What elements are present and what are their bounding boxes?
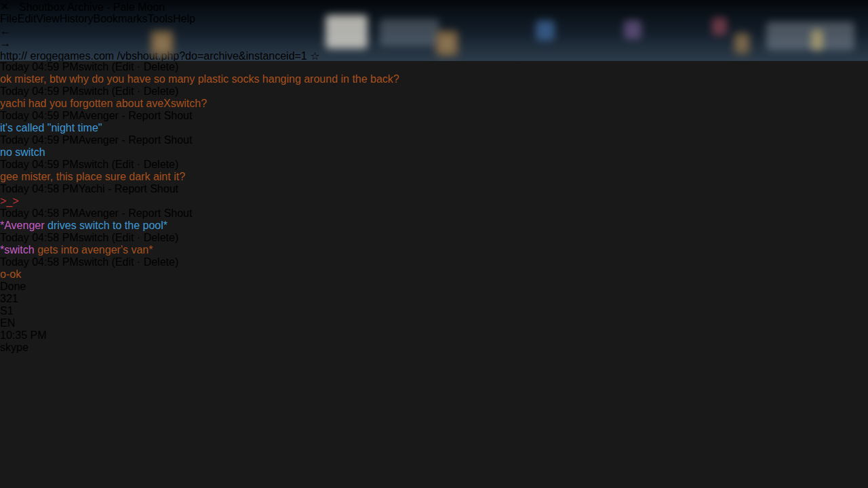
shout-actions[interactable]: - Report Shout (104, 183, 178, 195)
shout-message: gee mister, this place sure dark aint it… (0, 171, 868, 183)
shout-timestamp: Today 04:59 PM (0, 85, 79, 97)
shout-actions[interactable]: - Report Shout (119, 134, 193, 146)
username-link[interactable]: switch (79, 159, 108, 170)
skype-tray-popup[interactable]: skype (0, 342, 868, 354)
message-segment: *switch (0, 244, 35, 256)
aero-glass-blur (326, 15, 368, 49)
shout-message: >_> (0, 195, 868, 207)
shout-timestamp: Today 04:59 PM (0, 61, 79, 73)
shout-username[interactable]: switch (Edit · Delete) (79, 256, 179, 268)
skype-glyph: S (0, 305, 7, 317)
message-segment: drives switch to the pool* (45, 220, 167, 231)
aero-glass-blur (536, 20, 555, 41)
taskbar: 321S1 EN 10:35 PM (0, 293, 868, 342)
bookmark-star-icon[interactable]: ☆ (310, 50, 319, 61)
shout-username[interactable]: Avenger - Report Shout (79, 207, 193, 219)
shout-username[interactable]: Avenger - Report Shout (79, 110, 193, 121)
shout-message: o-ok (0, 268, 868, 281)
url-scheme: http:// (0, 50, 27, 61)
shout-header: Today 04:59 PMAvenger - Report Shout (0, 110, 868, 122)
shout-username[interactable]: switch (Edit · Delete) (79, 159, 179, 170)
shout-username[interactable]: Avenger - Report Shout (79, 134, 193, 146)
palemoon-app-icon (5, 3, 15, 12)
username-link[interactable]: switch (79, 85, 108, 97)
taskbar-app-skype[interactable]: S1 (0, 305, 868, 317)
menu-item-help[interactable]: Help (173, 13, 195, 24)
skype-notification-badge: 1 (7, 305, 14, 317)
shout-timestamp: Today 04:59 PM (0, 110, 79, 121)
window-title: Shoutbox Archive - Pale Moon (19, 1, 165, 14)
aero-glass-blur (151, 30, 174, 56)
aero-glass-blur (435, 30, 458, 56)
message-segment: ok mister, btw why do you have so many p… (0, 73, 399, 85)
shout-actions[interactable]: (Edit · Delete) (108, 85, 178, 97)
shout-row: Today 04:58 PMYachi - Report Shout>_> (0, 183, 868, 207)
shout-message: yachi had you forgotten about aveXswitch… (0, 98, 868, 110)
shout-message: *Avenger drives switch to the pool* (0, 220, 868, 232)
menu-item-edit[interactable]: Edit (18, 13, 37, 24)
username-link[interactable]: Yachi (79, 183, 105, 195)
menu-item-bookmarks[interactable]: Bookmarks (94, 13, 148, 24)
shout-row: Today 04:59 PMAvenger - Report Shoutno s… (0, 134, 868, 159)
message-segment: gee mister, this place sure dark aint it… (0, 171, 185, 182)
shout-header: Today 04:59 PMswitch (Edit · Delete) (0, 159, 868, 171)
shout-actions[interactable]: - Report Shout (119, 207, 193, 219)
shout-row: Today 04:59 PMswitch (Edit · Delete)gee … (0, 159, 868, 183)
shout-actions[interactable]: (Edit · Delete) (108, 61, 178, 73)
shout-header: Today 04:58 PMswitch (Edit · Delete) (0, 232, 868, 244)
menu-item-history[interactable]: History (60, 13, 94, 24)
shout-timestamp: Today 04:58 PM (0, 232, 79, 243)
back-arrow-icon: ← (0, 25, 11, 37)
system-tray: EN 10:35 PM (0, 317, 868, 342)
shout-message: *switch gets into avenger's van* (0, 244, 868, 256)
message-segment: o-ok (0, 268, 21, 280)
shout-row: Today 04:59 PMAvenger - Report Shoutit's… (0, 110, 868, 134)
menu-item-tools[interactable]: Tools (148, 13, 173, 24)
shout-header: Today 04:59 PMswitch (Edit · Delete) (0, 85, 868, 98)
mpc-hc-icon: 321 (0, 293, 18, 304)
browser-window-chrome: Shoutbox Archive - Pale Moon ✕ FileEditV… (0, 0, 868, 61)
message-segment: it's called "night time" (0, 122, 102, 134)
titlebar: Shoutbox Archive - Pale Moon (5, 1, 165, 14)
shout-username[interactable]: switch (Edit · Delete) (79, 61, 179, 73)
shout-header: Today 04:58 PMAvenger - Report Shout (0, 207, 868, 220)
skype-icon: S1 (0, 305, 14, 317)
shout-message: it's called "night time" (0, 122, 868, 134)
shout-actions[interactable]: (Edit · Delete) (108, 159, 178, 170)
shout-row: Today 04:59 PMswitch (Edit · Delete)yach… (0, 85, 868, 110)
shout-header: Today 04:58 PMswitch (Edit · Delete) (0, 256, 868, 268)
shout-actions[interactable]: (Edit · Delete) (108, 256, 178, 268)
aero-glass-blur (766, 22, 854, 50)
shout-timestamp: Today 04:58 PM (0, 207, 79, 219)
username-link[interactable]: switch (79, 256, 108, 268)
shout-actions[interactable]: - Report Shout (119, 110, 193, 121)
shout-timestamp: Today 04:59 PM (0, 159, 79, 170)
desktop-screen: Shoutbox Archive - Pale Moon ✕ FileEditV… (0, 0, 868, 488)
status-text: Done (0, 281, 26, 292)
shout-actions[interactable]: (Edit · Delete) (108, 232, 178, 243)
shout-row: Today 04:58 PMswitch (Edit · Delete)o-ok (0, 256, 868, 281)
username-link[interactable]: Avenger (79, 207, 119, 219)
language-indicator[interactable]: EN (0, 317, 15, 329)
shout-message: ok mister, btw why do you have so many p… (0, 73, 868, 85)
taskbar-clock[interactable]: 10:35 PM (0, 329, 46, 341)
username-link[interactable]: Avenger (79, 134, 119, 146)
aero-glass-blur (734, 33, 750, 54)
shout-timestamp: Today 04:58 PM (0, 183, 79, 195)
message-segment: *Avenger (0, 220, 45, 231)
shout-username[interactable]: switch (Edit · Delete) (79, 85, 179, 97)
username-link[interactable]: switch (79, 232, 108, 243)
taskbar-app-mpc-hc[interactable]: 321 (0, 293, 868, 305)
menu-item-file[interactable]: File (0, 13, 18, 24)
menu-item-view[interactable]: View (36, 13, 59, 24)
shout-header: Today 04:59 PMswitch (Edit · Delete) (0, 61, 868, 73)
status-bar: Done (0, 281, 868, 293)
aero-glass-blur (712, 18, 727, 35)
username-link[interactable]: switch (79, 61, 108, 73)
message-segment: yachi had you forgotten about aveXswitch… (0, 98, 207, 109)
username-link[interactable]: Avenger (79, 110, 119, 121)
shout-username[interactable]: switch (Edit · Delete) (79, 232, 179, 243)
forward-arrow-icon: → (0, 37, 11, 49)
shout-username[interactable]: Yachi - Report Shout (79, 183, 178, 195)
aero-glass-blur (624, 20, 642, 39)
